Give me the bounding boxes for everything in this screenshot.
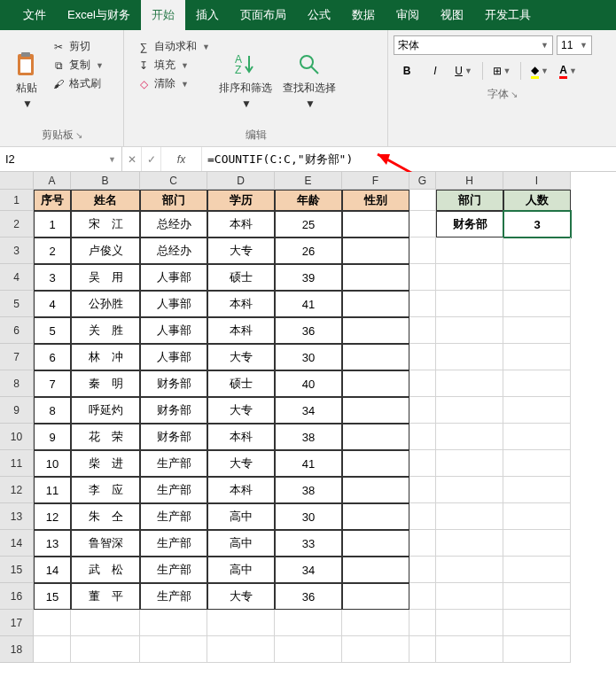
cell[interactable]: 10 (34, 450, 71, 477)
column-header[interactable]: B (71, 172, 140, 190)
cell[interactable] (342, 477, 409, 503)
tab-页面布局[interactable]: 页面布局 (230, 0, 297, 30)
cell[interactable]: 武 松 (71, 557, 140, 583)
cell[interactable] (503, 503, 571, 530)
cell[interactable]: 大专 (207, 583, 275, 610)
cell[interactable]: 高中 (207, 530, 275, 557)
cell[interactable]: 李 应 (71, 477, 140, 503)
cell[interactable] (409, 583, 436, 610)
bold-button[interactable]: B (394, 60, 420, 82)
cell[interactable] (436, 610, 503, 636)
cell[interactable]: 财务部 (140, 397, 207, 424)
cell[interactable]: 公孙胜 (71, 291, 140, 317)
cell[interactable]: 本科 (207, 317, 275, 344)
cell[interactable] (436, 450, 503, 477)
cell[interactable] (409, 557, 436, 583)
cell[interactable]: 董 平 (71, 583, 140, 610)
cell[interactable] (342, 344, 409, 370)
cell[interactable]: 26 (275, 237, 342, 264)
cell[interactable] (503, 370, 571, 397)
tab-视图[interactable]: 视图 (430, 0, 474, 30)
cell[interactable] (436, 636, 503, 663)
tab-插入[interactable]: 插入 (185, 0, 230, 30)
cell[interactable]: 生产部 (140, 450, 207, 477)
cell[interactable]: 33 (275, 530, 342, 557)
cell[interactable]: 花 荣 (71, 424, 140, 450)
cell[interactable]: 大专 (207, 397, 275, 424)
cell[interactable] (503, 344, 571, 370)
cell[interactable] (409, 370, 436, 397)
cell[interactable] (207, 610, 275, 636)
cell[interactable]: 7 (34, 370, 71, 397)
tab-审阅[interactable]: 审阅 (386, 0, 430, 30)
cell[interactable] (34, 610, 71, 636)
cell[interactable]: 38 (275, 424, 342, 450)
cell[interactable]: 本科 (207, 424, 275, 450)
cell[interactable] (342, 636, 409, 663)
cell[interactable]: 人事部 (140, 264, 207, 291)
tab-开始[interactable]: 开始 (141, 0, 185, 30)
clear-button[interactable]: ◇清除▼ (136, 76, 210, 91)
fill-color-button[interactable]: ◆▼ (526, 60, 553, 82)
row-header[interactable]: 10 (0, 424, 34, 450)
dialog-launcher-icon[interactable]: ↘ (75, 130, 82, 140)
row-header[interactable]: 9 (0, 397, 34, 424)
cell[interactable]: 序号 (34, 190, 71, 211)
cell[interactable]: 本科 (207, 211, 275, 237)
cell[interactable]: 总经办 (140, 211, 207, 237)
formula-cancel-button[interactable]: ✕ (122, 147, 142, 171)
cell[interactable]: 秦 明 (71, 370, 140, 397)
cell[interactable]: 姓名 (71, 190, 140, 211)
cell[interactable] (436, 557, 503, 583)
cell[interactable] (34, 636, 71, 663)
cell[interactable] (503, 610, 571, 636)
cell[interactable]: 柴 进 (71, 450, 140, 477)
cell[interactable] (342, 264, 409, 291)
cell[interactable]: 性别 (342, 190, 409, 211)
cell[interactable]: 人事部 (140, 291, 207, 317)
cell[interactable] (503, 557, 571, 583)
cell[interactable]: 15 (34, 583, 71, 610)
cell[interactable] (503, 636, 571, 663)
cell[interactable]: 生产部 (140, 503, 207, 530)
cell[interactable]: 38 (275, 477, 342, 503)
formula-input[interactable]: =COUNTIF(C:C,"财务部") (202, 147, 616, 171)
find-select-button[interactable]: 查找和选择▼ (277, 34, 341, 126)
tab-公式[interactable]: 公式 (297, 0, 341, 30)
cell[interactable] (409, 450, 436, 477)
paste-button[interactable]: 粘贴▼ (5, 34, 48, 126)
cell[interactable]: 部门 (436, 190, 503, 211)
cell[interactable]: 财务部 (436, 211, 503, 237)
cell[interactable]: 生产部 (140, 583, 207, 610)
italic-button[interactable]: I (422, 60, 448, 82)
cell[interactable] (342, 317, 409, 344)
cell[interactable]: 硕士 (207, 370, 275, 397)
cell[interactable] (342, 450, 409, 477)
cell[interactable]: 大专 (207, 344, 275, 370)
cell[interactable]: 本科 (207, 291, 275, 317)
column-header[interactable]: I (503, 172, 571, 190)
row-header[interactable]: 15 (0, 557, 34, 583)
cell[interactable]: 30 (275, 344, 342, 370)
cell[interactable] (503, 424, 571, 450)
fx-icon[interactable]: fx (161, 147, 202, 171)
cell[interactable] (409, 503, 436, 530)
row-header[interactable]: 1 (0, 190, 34, 211)
row-header[interactable]: 18 (0, 636, 34, 663)
cell[interactable] (342, 583, 409, 610)
cell[interactable]: 关 胜 (71, 317, 140, 344)
row-header[interactable]: 13 (0, 503, 34, 530)
cell[interactable]: 本科 (207, 477, 275, 503)
column-header[interactable]: E (275, 172, 342, 190)
row-header[interactable]: 17 (0, 610, 34, 636)
cell[interactable] (409, 190, 436, 211)
cell[interactable] (436, 530, 503, 557)
name-box[interactable]: I2▼ (0, 147, 122, 171)
cell[interactable]: 8 (34, 397, 71, 424)
font-color-button[interactable]: A▼ (555, 60, 581, 82)
cell[interactable] (207, 636, 275, 663)
cell[interactable] (436, 344, 503, 370)
column-header[interactable]: C (140, 172, 207, 190)
cell[interactable]: 高中 (207, 557, 275, 583)
cell[interactable]: 36 (275, 583, 342, 610)
